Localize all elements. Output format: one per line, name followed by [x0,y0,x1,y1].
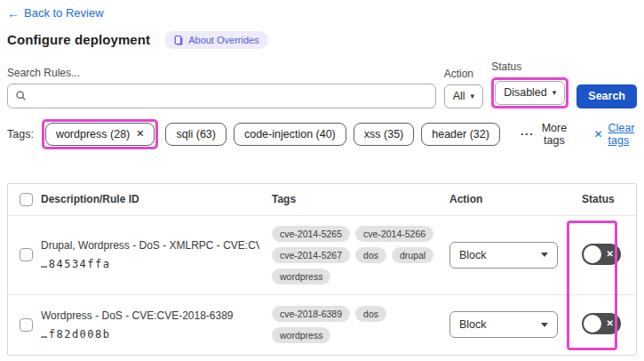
status-dropdown-value: Disabled [504,86,547,99]
action-label: Action [444,68,483,80]
action-dropdown[interactable]: All ▾ [444,84,483,108]
status-dropdown-highlight: Disabled ▾ [491,77,568,108]
filter-row: Search Rules... Action All ▾ Status Disa… [7,60,637,108]
tags-bar: Tags: wordpress (28) ✕ sqli (63)code-inj… [7,119,637,149]
rule-tag-pill: cve-2018-6389 [272,306,350,322]
table-row: Wordpress - DoS - CVE:CVE-2018-6389 …f82… [8,294,636,355]
clear-tags-label: Clear tags [608,122,637,147]
tag-chip[interactable]: sqli (63) [165,123,226,146]
action-select-value: Block [459,249,487,261]
action-select-value: Block [459,318,487,331]
table-header-row: Description/Rule ID Tags Action Status [8,184,636,215]
col-header-tags: Tags [272,193,449,205]
more-tags-button[interactable]: ··· More tags [515,121,573,148]
status-toggle[interactable]: ✕ [582,313,621,334]
rule-tags: cve-2014-5265cve-2014-5266cve-2014-5267d… [272,226,449,285]
search-input[interactable] [32,89,428,103]
rule-tags: cve-2018-6389doswordpress [272,306,449,343]
table-body: Drupal, Wordpress - DoS - XMLRPC - CVE:C… [8,215,636,355]
tag-chip[interactable]: code-injection (40) [234,123,346,146]
select-all-checkbox[interactable] [20,193,33,206]
search-icon [15,90,27,101]
book-icon [173,35,184,45]
about-overrides-label: About Overrides [188,35,258,45]
action-select[interactable]: Block [449,311,558,338]
title-row: Configure deployment About Overrides [7,31,637,49]
rule-description: Drupal, Wordpress - DoS - XMLRPC - CVE:C… [41,239,259,252]
toggle-x-icon: ✕ [607,319,614,328]
rule-tag-pill: drupal [392,247,433,263]
chevron-down-icon [541,323,548,327]
rules-table: Description/Rule ID Tags Action Status D… [7,183,637,356]
rule-id: …84534ffa [41,258,259,270]
action-dropdown-value: All [453,90,465,102]
back-to-review-link[interactable]: ← Back to Review [7,6,104,20]
clear-x-icon: ✕ [593,128,602,140]
rule-tag-pill: dos [355,306,386,322]
about-overrides-badge[interactable]: About Overrides [164,31,267,49]
table-row: Drupal, Wordpress - DoS - XMLRPC - CVE:C… [8,215,636,294]
rule-tag-pill: cve-2014-5266 [355,226,433,242]
chevron-down-icon [541,253,548,257]
tags-label: Tags: [7,128,34,140]
tag-chip[interactable]: header (32) [421,123,500,146]
status-dropdown[interactable]: Disabled ▾ [495,81,565,105]
clear-tags-link[interactable]: ✕ Clear tags [593,122,637,147]
rule-tag-pill: cve-2014-5265 [272,226,350,242]
more-tags-label: More tags [541,122,567,147]
status-label: Status [491,60,568,73]
col-header-description: Description/Rule ID [41,193,272,205]
toggle-x-icon: ✕ [607,250,614,259]
remove-tag-icon[interactable]: ✕ [136,128,144,140]
rule-tag-pill: cve-2014-5267 [272,247,350,263]
back-arrow-icon: ← [7,7,20,20]
status-toggle[interactable]: ✕ [582,244,621,265]
search-button[interactable]: Search [576,84,637,108]
ellipsis-icon: ··· [521,128,535,140]
chevron-down-icon: ▾ [471,92,475,100]
tag-chip[interactable]: xss (35) [354,123,414,146]
page-title: Configure deployment [7,32,150,47]
col-header-action: Action [449,193,574,205]
rule-tag-pill: wordpress [272,327,330,343]
tag-chip-wordpress[interactable]: wordpress (28) ✕ [45,123,155,146]
action-select[interactable]: Block [449,242,558,269]
configure-deployment-page: ← Back to Review Configure deployment Ab… [0,0,644,356]
rule-description: Wordpress - DoS - CVE:CVE-2018-6389 [41,309,259,322]
rule-tag-pill: dos [355,247,386,263]
col-header-status: Status [574,193,636,205]
rule-tag-pill: wordpress [272,269,330,285]
rule-id: …f82d008b [41,328,259,341]
tag-chip-list: sqli (63)code-injection (40)xss (35)head… [165,123,499,146]
row-checkbox[interactable] [20,248,33,261]
toggle-knob [584,315,601,333]
tag-chip-label: wordpress (28) [56,128,130,140]
selected-tag-highlight: wordpress (28) ✕ [42,119,159,149]
row-checkbox[interactable] [20,318,33,332]
search-rules-label: Search Rules... [7,67,436,79]
search-box[interactable] [7,84,436,108]
back-link-label: Back to Review [24,6,104,20]
chevron-down-icon: ▾ [553,88,557,97]
toggle-knob [584,245,601,263]
